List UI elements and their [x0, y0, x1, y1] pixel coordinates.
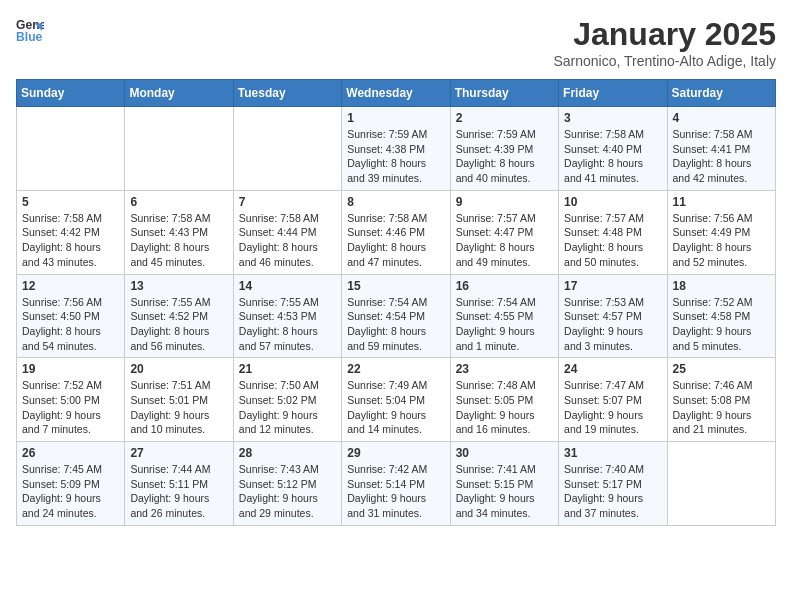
day-info: Sunrise: 7:46 AMSunset: 5:08 PMDaylight:…	[673, 378, 770, 437]
day-number: 20	[130, 362, 227, 376]
day-info: Sunrise: 7:52 AMSunset: 5:00 PMDaylight:…	[22, 378, 119, 437]
day-number: 23	[456, 362, 553, 376]
day-number: 10	[564, 195, 661, 209]
calendar-week-row: 19Sunrise: 7:52 AMSunset: 5:00 PMDayligh…	[17, 358, 776, 442]
calendar-cell: 21Sunrise: 7:50 AMSunset: 5:02 PMDayligh…	[233, 358, 341, 442]
day-info: Sunrise: 7:48 AMSunset: 5:05 PMDaylight:…	[456, 378, 553, 437]
location-subtitle: Sarnonico, Trentino-Alto Adige, Italy	[553, 53, 776, 69]
day-number: 28	[239, 446, 336, 460]
day-info: Sunrise: 7:54 AMSunset: 4:54 PMDaylight:…	[347, 295, 444, 354]
day-number: 31	[564, 446, 661, 460]
day-info: Sunrise: 7:58 AMSunset: 4:40 PMDaylight:…	[564, 127, 661, 186]
calendar-cell: 25Sunrise: 7:46 AMSunset: 5:08 PMDayligh…	[667, 358, 775, 442]
calendar-cell: 22Sunrise: 7:49 AMSunset: 5:04 PMDayligh…	[342, 358, 450, 442]
day-number: 19	[22, 362, 119, 376]
calendar-week-row: 1Sunrise: 7:59 AMSunset: 4:38 PMDaylight…	[17, 107, 776, 191]
day-number: 3	[564, 111, 661, 125]
day-number: 13	[130, 279, 227, 293]
calendar-cell: 30Sunrise: 7:41 AMSunset: 5:15 PMDayligh…	[450, 442, 558, 526]
day-info: Sunrise: 7:44 AMSunset: 5:11 PMDaylight:…	[130, 462, 227, 521]
calendar-cell: 29Sunrise: 7:42 AMSunset: 5:14 PMDayligh…	[342, 442, 450, 526]
month-title: January 2025	[553, 16, 776, 53]
day-number: 29	[347, 446, 444, 460]
day-info: Sunrise: 7:57 AMSunset: 4:48 PMDaylight:…	[564, 211, 661, 270]
day-number: 5	[22, 195, 119, 209]
calendar-cell: 6Sunrise: 7:58 AMSunset: 4:43 PMDaylight…	[125, 190, 233, 274]
day-number: 30	[456, 446, 553, 460]
day-info: Sunrise: 7:55 AMSunset: 4:52 PMDaylight:…	[130, 295, 227, 354]
day-number: 24	[564, 362, 661, 376]
calendar-cell: 31Sunrise: 7:40 AMSunset: 5:17 PMDayligh…	[559, 442, 667, 526]
day-number: 9	[456, 195, 553, 209]
day-info: Sunrise: 7:45 AMSunset: 5:09 PMDaylight:…	[22, 462, 119, 521]
day-info: Sunrise: 7:49 AMSunset: 5:04 PMDaylight:…	[347, 378, 444, 437]
day-of-week-header: Sunday	[17, 80, 125, 107]
calendar-cell: 13Sunrise: 7:55 AMSunset: 4:52 PMDayligh…	[125, 274, 233, 358]
calendar-cell: 7Sunrise: 7:58 AMSunset: 4:44 PMDaylight…	[233, 190, 341, 274]
calendar-cell	[667, 442, 775, 526]
day-of-week-header: Tuesday	[233, 80, 341, 107]
calendar-cell: 15Sunrise: 7:54 AMSunset: 4:54 PMDayligh…	[342, 274, 450, 358]
calendar-cell: 5Sunrise: 7:58 AMSunset: 4:42 PMDaylight…	[17, 190, 125, 274]
calendar-header-row: SundayMondayTuesdayWednesdayThursdayFrid…	[17, 80, 776, 107]
day-of-week-header: Friday	[559, 80, 667, 107]
day-info: Sunrise: 7:58 AMSunset: 4:42 PMDaylight:…	[22, 211, 119, 270]
calendar-cell: 26Sunrise: 7:45 AMSunset: 5:09 PMDayligh…	[17, 442, 125, 526]
day-info: Sunrise: 7:58 AMSunset: 4:41 PMDaylight:…	[673, 127, 770, 186]
calendar-cell: 19Sunrise: 7:52 AMSunset: 5:00 PMDayligh…	[17, 358, 125, 442]
calendar-cell: 8Sunrise: 7:58 AMSunset: 4:46 PMDaylight…	[342, 190, 450, 274]
day-of-week-header: Wednesday	[342, 80, 450, 107]
calendar-cell: 9Sunrise: 7:57 AMSunset: 4:47 PMDaylight…	[450, 190, 558, 274]
day-info: Sunrise: 7:57 AMSunset: 4:47 PMDaylight:…	[456, 211, 553, 270]
calendar-cell: 24Sunrise: 7:47 AMSunset: 5:07 PMDayligh…	[559, 358, 667, 442]
day-number: 18	[673, 279, 770, 293]
day-info: Sunrise: 7:47 AMSunset: 5:07 PMDaylight:…	[564, 378, 661, 437]
day-info: Sunrise: 7:58 AMSunset: 4:44 PMDaylight:…	[239, 211, 336, 270]
calendar-cell: 10Sunrise: 7:57 AMSunset: 4:48 PMDayligh…	[559, 190, 667, 274]
day-number: 6	[130, 195, 227, 209]
day-info: Sunrise: 7:56 AMSunset: 4:49 PMDaylight:…	[673, 211, 770, 270]
calendar-cell: 1Sunrise: 7:59 AMSunset: 4:38 PMDaylight…	[342, 107, 450, 191]
day-number: 26	[22, 446, 119, 460]
day-info: Sunrise: 7:52 AMSunset: 4:58 PMDaylight:…	[673, 295, 770, 354]
day-info: Sunrise: 7:59 AMSunset: 4:39 PMDaylight:…	[456, 127, 553, 186]
title-block: January 2025 Sarnonico, Trentino-Alto Ad…	[553, 16, 776, 69]
calendar-week-row: 5Sunrise: 7:58 AMSunset: 4:42 PMDaylight…	[17, 190, 776, 274]
day-of-week-header: Monday	[125, 80, 233, 107]
logo-icon: General Blue	[16, 16, 44, 44]
day-number: 21	[239, 362, 336, 376]
calendar-week-row: 12Sunrise: 7:56 AMSunset: 4:50 PMDayligh…	[17, 274, 776, 358]
day-number: 16	[456, 279, 553, 293]
calendar-cell: 3Sunrise: 7:58 AMSunset: 4:40 PMDaylight…	[559, 107, 667, 191]
day-number: 11	[673, 195, 770, 209]
day-info: Sunrise: 7:40 AMSunset: 5:17 PMDaylight:…	[564, 462, 661, 521]
day-number: 14	[239, 279, 336, 293]
calendar-cell: 2Sunrise: 7:59 AMSunset: 4:39 PMDaylight…	[450, 107, 558, 191]
day-number: 27	[130, 446, 227, 460]
day-number: 15	[347, 279, 444, 293]
day-info: Sunrise: 7:50 AMSunset: 5:02 PMDaylight:…	[239, 378, 336, 437]
svg-text:Blue: Blue	[16, 30, 43, 44]
calendar-cell: 16Sunrise: 7:54 AMSunset: 4:55 PMDayligh…	[450, 274, 558, 358]
calendar-body: 1Sunrise: 7:59 AMSunset: 4:38 PMDaylight…	[17, 107, 776, 526]
day-number: 8	[347, 195, 444, 209]
day-number: 7	[239, 195, 336, 209]
page-header: General Blue January 2025 Sarnonico, Tre…	[16, 16, 776, 69]
day-number: 4	[673, 111, 770, 125]
day-number: 1	[347, 111, 444, 125]
day-number: 2	[456, 111, 553, 125]
day-of-week-header: Thursday	[450, 80, 558, 107]
calendar-week-row: 26Sunrise: 7:45 AMSunset: 5:09 PMDayligh…	[17, 442, 776, 526]
calendar-cell	[233, 107, 341, 191]
day-info: Sunrise: 7:42 AMSunset: 5:14 PMDaylight:…	[347, 462, 444, 521]
calendar-cell: 27Sunrise: 7:44 AMSunset: 5:11 PMDayligh…	[125, 442, 233, 526]
day-number: 25	[673, 362, 770, 376]
day-info: Sunrise: 7:58 AMSunset: 4:46 PMDaylight:…	[347, 211, 444, 270]
calendar-cell: 20Sunrise: 7:51 AMSunset: 5:01 PMDayligh…	[125, 358, 233, 442]
calendar-table: SundayMondayTuesdayWednesdayThursdayFrid…	[16, 79, 776, 526]
day-info: Sunrise: 7:55 AMSunset: 4:53 PMDaylight:…	[239, 295, 336, 354]
calendar-cell: 18Sunrise: 7:52 AMSunset: 4:58 PMDayligh…	[667, 274, 775, 358]
day-info: Sunrise: 7:51 AMSunset: 5:01 PMDaylight:…	[130, 378, 227, 437]
day-info: Sunrise: 7:43 AMSunset: 5:12 PMDaylight:…	[239, 462, 336, 521]
calendar-cell: 11Sunrise: 7:56 AMSunset: 4:49 PMDayligh…	[667, 190, 775, 274]
